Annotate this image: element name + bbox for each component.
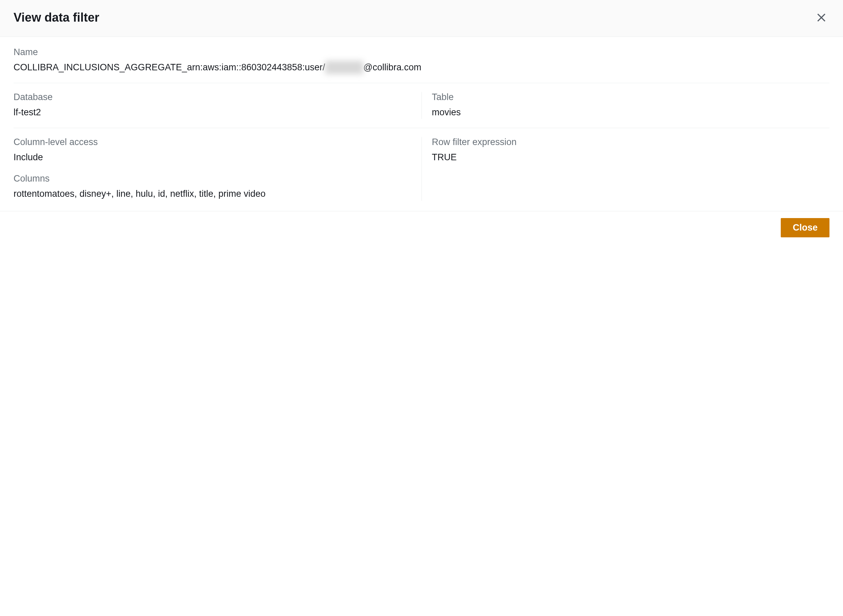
database-value: lf-test2 bbox=[13, 106, 411, 119]
column-access-col: Column-level access Include Columns rott… bbox=[13, 137, 422, 201]
columns-field: Columns rottentomatoes, disney+, line, h… bbox=[13, 173, 411, 201]
table-field: Table movies bbox=[422, 92, 830, 119]
column-level-access-label: Column-level access bbox=[13, 137, 411, 147]
name-value-prefix: COLLIBRA_INCLUSIONS_AGGREGATE_arn:aws:ia… bbox=[13, 62, 325, 72]
access-row: Column-level access Include Columns rott… bbox=[13, 137, 830, 201]
column-level-access-value: Include bbox=[13, 151, 411, 164]
database-label: Database bbox=[13, 92, 411, 103]
two-col-db-table: Database lf-test2 Table movies bbox=[13, 92, 830, 119]
close-button[interactable]: Close bbox=[781, 218, 830, 238]
close-icon bbox=[816, 12, 827, 23]
name-value-redacted: redacted bbox=[325, 61, 363, 74]
row-filter-expression-label: Row filter expression bbox=[432, 137, 830, 147]
database-field: Database lf-test2 bbox=[13, 92, 422, 119]
table-label: Table bbox=[432, 92, 830, 103]
name-label: Name bbox=[13, 47, 830, 57]
close-icon-button[interactable] bbox=[813, 9, 830, 26]
column-level-access-field: Column-level access Include bbox=[13, 137, 411, 164]
modal-body: Name COLLIBRA_INCLUSIONS_AGGREGATE_arn:a… bbox=[0, 37, 843, 211]
table-value: movies bbox=[432, 106, 830, 119]
row-filter-col: Row filter expression TRUE bbox=[422, 137, 830, 201]
row-filter-expression-field: Row filter expression TRUE bbox=[432, 137, 830, 164]
name-value-suffix: @collibra.com bbox=[363, 62, 421, 72]
two-col-access: Column-level access Include Columns rott… bbox=[13, 137, 830, 201]
db-table-row: Database lf-test2 Table movies bbox=[13, 92, 830, 128]
name-field-group: Name COLLIBRA_INCLUSIONS_AGGREGATE_arn:a… bbox=[13, 47, 830, 83]
modal-footer: Close bbox=[0, 211, 843, 244]
row-filter-expression-value: TRUE bbox=[432, 151, 830, 164]
columns-value: rottentomatoes, disney+, line, hulu, id,… bbox=[13, 187, 411, 201]
modal-header: View data filter bbox=[0, 0, 843, 37]
columns-label: Columns bbox=[13, 173, 411, 184]
view-data-filter-modal: View data filter Name COLLIBRA_INCLUSION… bbox=[0, 0, 843, 244]
name-value: COLLIBRA_INCLUSIONS_AGGREGATE_arn:aws:ia… bbox=[13, 61, 830, 74]
modal-title: View data filter bbox=[13, 10, 99, 25]
